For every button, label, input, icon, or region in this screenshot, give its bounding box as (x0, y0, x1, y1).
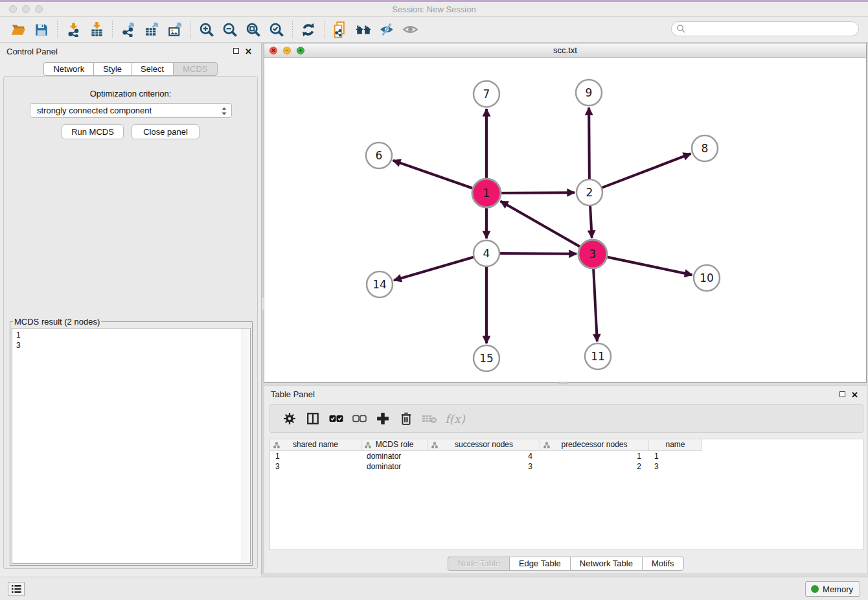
graph-edge-3-10[interactable] (593, 254, 692, 275)
export-table-icon (144, 22, 159, 37)
result-scrollbar[interactable] (242, 329, 250, 563)
zoom-out-button[interactable] (218, 19, 242, 40)
table-row[interactable]: 3dominator323 (270, 461, 702, 472)
select-all-button[interactable] (325, 408, 348, 430)
save-session-button[interactable] (30, 19, 53, 40)
zoom-selected-button[interactable] (265, 19, 288, 40)
float-panel-icon[interactable] (233, 48, 239, 54)
table-cell[interactable]: dominator (361, 451, 428, 461)
table-cell[interactable]: 3 (270, 461, 361, 472)
graph-edge-2-8[interactable] (589, 154, 691, 192)
criterion-select[interactable]: strongly connected component (30, 103, 232, 118)
tab-select[interactable]: Select (131, 62, 173, 76)
homes-button[interactable] (352, 19, 375, 40)
table-cell[interactable]: dominator (361, 461, 428, 472)
graph-node-label: 2 (586, 186, 593, 199)
close-panel-icon[interactable]: ✕ (245, 48, 252, 56)
table-cell[interactable]: 4 (428, 451, 540, 461)
graph-edge-4-14[interactable] (394, 253, 486, 281)
homes-icon (355, 23, 372, 37)
table-float-icon[interactable] (839, 391, 845, 397)
graph-node-label: 6 (376, 149, 383, 162)
window-top-edge (0, 0, 868, 2)
network-window-titlebar[interactable]: ✕ − + scc.txt (264, 43, 866, 58)
column-header-shared-name[interactable]: shared name (270, 439, 361, 451)
close-panel-button[interactable]: Close panel (131, 124, 200, 139)
table-row[interactable]: 1dominator411 (270, 451, 702, 461)
import-table-button[interactable] (85, 19, 108, 40)
trash-icon (400, 412, 413, 425)
export-network-button[interactable] (117, 19, 140, 40)
network-graph-svg: 7968124314101511 (264, 58, 866, 382)
mcds-result-group: MCDS result (2 nodes) 1 3 (10, 317, 253, 566)
graph-node-label: 8 (702, 142, 709, 155)
eye-icon (402, 23, 418, 36)
horizontal-divider-handle[interactable] (559, 382, 568, 384)
memory-status-icon (811, 585, 819, 593)
memory-button[interactable]: Memory (805, 581, 860, 597)
network-close-icon[interactable]: ✕ (269, 47, 277, 54)
search-icon (676, 24, 686, 34)
table-cell[interactable]: 1 (649, 451, 702, 461)
graph-node-label: 11 (591, 350, 605, 363)
export-image-button[interactable] (163, 19, 187, 40)
export-table-button[interactable] (140, 19, 163, 40)
table-cell[interactable]: 3 (649, 461, 702, 472)
task-history-button[interactable] (8, 582, 25, 596)
tab-node-table[interactable]: Node Table (448, 557, 509, 571)
delete-column-button[interactable] (394, 408, 418, 430)
select-stepper-icon (220, 106, 228, 117)
zoom-fit-button[interactable] (242, 19, 265, 40)
column-header-successor-nodes[interactable]: successor nodes (428, 439, 540, 451)
table-cell[interactable]: 1 (540, 451, 649, 461)
tab-mcds[interactable]: MCDS (173, 62, 217, 76)
column-header-label: predecessor nodes (561, 440, 627, 449)
window-zoom-icon[interactable] (35, 5, 43, 13)
column-header-label: shared name (293, 440, 338, 449)
import-network-button[interactable] (62, 19, 85, 40)
data-type-icon (543, 442, 550, 448)
hide-eye-button[interactable] (375, 19, 398, 40)
table-settings-button[interactable] (278, 408, 301, 430)
network-canvas[interactable]: 7968124314101511 (264, 58, 866, 382)
column-header-MCDS-role[interactable]: MCDS role (361, 439, 428, 451)
function-builder-button[interactable]: f(x) (445, 412, 465, 426)
open-file-button[interactable] (6, 19, 30, 40)
delete-table-button[interactable] (418, 408, 441, 430)
control-panel-title: Control Panel (6, 47, 58, 56)
table-cell[interactable]: 3 (428, 461, 540, 472)
table-cell[interactable]: 1 (270, 451, 361, 461)
deselect-all-button[interactable] (348, 408, 371, 430)
refresh-button[interactable] (297, 19, 320, 40)
run-mcds-button[interactable]: Run MCDS (62, 124, 124, 139)
column-header-predecessor-nodes[interactable]: predecessor nodes (540, 439, 649, 451)
tab-edge-table[interactable]: Edge Table (509, 557, 570, 571)
network-view-window: ✕ − + scc.txt 7968124314101511 (264, 43, 867, 383)
delete-table-icon (422, 413, 437, 424)
graph-node-label: 10 (700, 271, 714, 284)
graph-node-label: 15 (479, 352, 494, 365)
zoom-in-button[interactable] (195, 19, 218, 40)
show-eye-button[interactable] (398, 19, 422, 40)
toggle-column-panel-button[interactable] (301, 408, 325, 430)
graph-edge-3-1[interactable] (501, 201, 593, 254)
table-cell[interactable]: 2 (540, 461, 649, 472)
create-column-button[interactable] (371, 408, 394, 430)
tab-style[interactable]: Style (93, 62, 131, 76)
tab-motifs[interactable]: Motifs (642, 557, 684, 571)
window-close-icon[interactable] (9, 5, 17, 13)
tab-network-table[interactable]: Network Table (570, 557, 642, 571)
tab-network[interactable]: Network (43, 62, 93, 76)
window-minimize-icon[interactable] (22, 5, 30, 13)
refresh-icon (301, 22, 316, 38)
export-network-icon (121, 22, 136, 37)
table-close-icon[interactable]: ✕ (851, 391, 858, 399)
search-input[interactable] (671, 21, 859, 36)
column-header-name[interactable]: name (649, 439, 702, 451)
mcds-result-textarea[interactable]: 1 3 (12, 328, 251, 564)
unchecked-boxes-icon (352, 415, 367, 422)
network-maximize-icon[interactable]: + (297, 47, 304, 54)
control-panel: Control Panel ✕ Network Style Select MCD… (0, 43, 261, 574)
network-minimize-icon[interactable]: − (283, 47, 291, 54)
clone-network-button[interactable] (328, 19, 352, 40)
